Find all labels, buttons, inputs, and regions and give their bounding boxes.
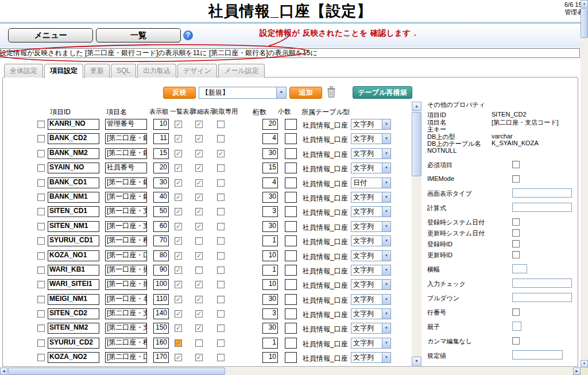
field-name-input[interactable]: [第一口座・振	[105, 265, 147, 276]
readonly-checkbox[interactable]	[217, 164, 225, 172]
list-display-checkbox[interactable]: ✓	[175, 150, 182, 157]
row-select-checkbox[interactable]	[37, 208, 45, 215]
scroll-up-icon[interactable]: ▲	[412, 102, 421, 111]
display-order-input[interactable]: 30	[153, 177, 169, 188]
decimals-input[interactable]	[285, 338, 297, 349]
field-id-input[interactable]: BANK_CD2	[48, 133, 99, 144]
page-scroll-right-icon[interactable]: ▶	[573, 368, 581, 375]
list-button[interactable]: 一覧	[96, 28, 181, 42]
prop-input[interactable]	[512, 279, 572, 288]
display-order-input[interactable]: 80	[153, 250, 169, 261]
prop-input[interactable]	[512, 188, 572, 198]
add-button[interactable]: 追加	[289, 87, 322, 99]
page-scroll-left-icon[interactable]: ◀	[0, 368, 7, 375]
detail-display-checkbox[interactable]: ✓	[195, 223, 203, 230]
display-order-input[interactable]: 50	[153, 206, 169, 217]
row-select-checkbox[interactable]	[37, 237, 45, 245]
field-id-input[interactable]: SYURUI_CD2	[48, 338, 99, 349]
field-name-input[interactable]: [第一口座・支	[105, 206, 147, 217]
decimals-input[interactable]	[285, 294, 297, 305]
detail-display-checkbox[interactable]: ✓	[195, 150, 203, 157]
digits-input[interactable]: 30	[262, 148, 278, 159]
field-name-input[interactable]: [第二口座・支	[105, 323, 147, 334]
digits-input[interactable]: 1	[262, 265, 278, 276]
tab-update[interactable]: 更新	[84, 64, 110, 78]
field-name-input[interactable]: [第二口座・支	[105, 308, 147, 319]
prop-checkbox[interactable]	[512, 240, 520, 248]
prop-input[interactable]	[512, 203, 572, 212]
display-order-input[interactable]: 11	[153, 133, 169, 144]
row-select-checkbox[interactable]	[37, 150, 45, 157]
list-display-checkbox[interactable]: ✓	[175, 164, 182, 172]
prop-input[interactable]	[512, 322, 521, 331]
type-select[interactable]: 文字列 ▼	[351, 265, 391, 276]
detail-display-checkbox[interactable]: ✓	[195, 179, 203, 187]
display-order-input[interactable]: 100	[153, 279, 169, 290]
detail-display-checkbox[interactable]	[195, 339, 203, 347]
readonly-checkbox[interactable]: ✓	[217, 150, 225, 157]
display-order-input[interactable]: 60	[153, 221, 169, 232]
display-order-input[interactable]: 40	[153, 192, 169, 203]
field-name-input[interactable]: [第一口座・口	[105, 250, 147, 261]
type-select[interactable]: 文字列 ▼	[351, 148, 391, 159]
row-select-checkbox[interactable]	[37, 339, 45, 347]
decimals-input[interactable]	[285, 192, 297, 203]
type-select[interactable]: 文字列 ▼	[351, 221, 391, 232]
field-id-input[interactable]: BANK_CD1	[48, 177, 99, 188]
detail-display-checkbox[interactable]: ✓	[195, 164, 203, 172]
readonly-checkbox[interactable]	[217, 310, 225, 318]
menu-button[interactable]: メニュー	[8, 28, 93, 42]
field-name-input[interactable]: [第二口座・銀	[105, 133, 147, 144]
detail-display-checkbox[interactable]: ✓	[195, 310, 203, 318]
readonly-checkbox[interactable]	[217, 281, 225, 288]
delete-button[interactable]	[326, 86, 338, 99]
tab-item-settings[interactable]: 項目設定	[44, 64, 83, 78]
display-order-input[interactable]: 160	[153, 338, 169, 349]
detail-display-checkbox[interactable]: ✓	[195, 296, 203, 303]
readonly-checkbox[interactable]	[217, 194, 225, 201]
readonly-checkbox[interactable]	[217, 339, 225, 347]
field-id-input[interactable]: SITEN_CD1	[48, 206, 99, 217]
readonly-checkbox[interactable]	[217, 266, 225, 274]
type-select[interactable]: 文字列 ▼	[351, 323, 391, 334]
type-select[interactable]: 文字列 ▼	[351, 250, 391, 261]
decimals-input[interactable]	[285, 177, 297, 188]
field-name-input[interactable]: [第一口座・銀	[105, 177, 147, 188]
page-vscrollbar-thumb[interactable]	[581, 8, 588, 38]
decimals-input[interactable]	[285, 119, 297, 130]
readonly-checkbox[interactable]	[217, 208, 225, 215]
digits-input[interactable]: 10	[262, 352, 278, 363]
field-name-input[interactable]: 社員番号	[105, 163, 147, 173]
type-select[interactable]: 文字列 ▼	[351, 279, 391, 290]
detail-display-checkbox[interactable]: ✓	[195, 324, 203, 332]
field-id-input[interactable]: SITEN_CD2	[48, 308, 99, 319]
table-scrollbar-thumb[interactable]	[412, 112, 421, 176]
field-id-input[interactable]: BANK_NM2	[48, 148, 99, 159]
page-vscrollbar-track[interactable]	[581, 7, 588, 360]
type-select[interactable]: 文字列 ▼	[351, 119, 391, 130]
list-display-checkbox[interactable]: ✓	[175, 266, 182, 274]
detail-display-checkbox[interactable]: ✓	[195, 354, 203, 361]
digits-input[interactable]: 1	[262, 338, 278, 349]
type-select[interactable]: 文字列 ▼	[351, 163, 391, 173]
row-select-checkbox[interactable]	[37, 310, 45, 318]
prop-checkbox[interactable]	[512, 161, 520, 168]
prop-input[interactable]	[512, 350, 563, 359]
display-order-input[interactable]: 170	[153, 352, 169, 363]
decimals-input[interactable]	[285, 323, 297, 334]
digits-input[interactable]: 30	[262, 221, 278, 232]
decimals-input[interactable]	[285, 279, 297, 290]
row-select-checkbox[interactable]	[37, 121, 45, 128]
prop-checkbox[interactable]	[512, 337, 520, 345]
field-id-input[interactable]: KOZA_NO2	[48, 352, 99, 363]
list-display-checkbox[interactable]: ✓	[175, 296, 182, 303]
page-scroll-up-icon[interactable]: ▲	[581, 0, 588, 7]
scroll-down-icon[interactable]: ▼	[412, 357, 421, 366]
field-name-input[interactable]: [第一口座・名	[105, 294, 147, 305]
field-name-input[interactable]: [第一口座・支	[105, 221, 147, 232]
field-name-input[interactable]: [第二口座・種	[105, 338, 147, 349]
field-id-input[interactable]: WARI_KB1	[48, 265, 99, 276]
field-name-input[interactable]: [第一口座・種	[105, 235, 147, 246]
field-id-input[interactable]: SITEN_NM2	[48, 323, 99, 334]
row-select-checkbox[interactable]	[37, 354, 45, 361]
